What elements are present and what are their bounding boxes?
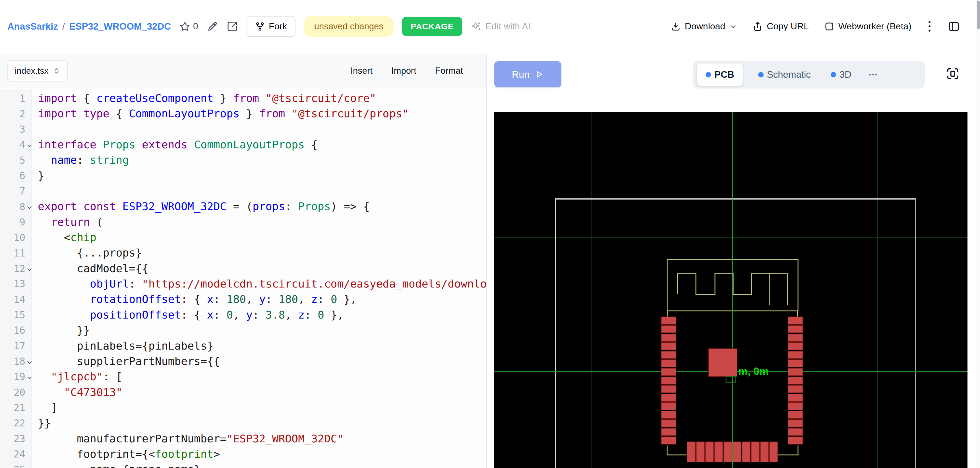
fold-caret-icon[interactable] xyxy=(27,205,32,209)
code-line[interactable]: objUrl: "https://modelcdn.tscircuit.com/… xyxy=(38,276,486,292)
code-line[interactable]: name={props.name} xyxy=(38,462,486,468)
smt-pad[interactable] xyxy=(715,442,723,462)
tab-schematic[interactable]: Schematic xyxy=(754,69,815,80)
fullscreen-button[interactable] xyxy=(945,66,960,81)
fork-button[interactable]: Fork xyxy=(247,16,296,37)
star-count[interactable]: 0 xyxy=(180,21,198,32)
smt-pad[interactable] xyxy=(661,385,676,393)
smt-pad[interactable] xyxy=(661,411,676,418)
webworker-toggle[interactable]: Webworker (Beta) xyxy=(824,21,912,32)
breadcrumb-owner-link[interactable]: AnasSarkiz xyxy=(7,21,58,32)
line-number[interactable]: 10 xyxy=(0,230,32,245)
code-content[interactable]: import { createUseComponent } from "@tsc… xyxy=(32,89,486,468)
code-line[interactable]: rotationOffset: { x: 180, y: 180, z: 0 }… xyxy=(38,292,486,307)
line-number[interactable]: 18 xyxy=(0,353,32,369)
code-line[interactable]: return ( xyxy=(38,214,486,230)
code-line[interactable]: manufacturerPartNumber="ESP32_WROOM_32DC… xyxy=(38,431,486,446)
code-line[interactable]: }} xyxy=(38,415,486,431)
tab-pcb[interactable]: PCB xyxy=(697,64,743,86)
smt-pad[interactable] xyxy=(661,360,676,367)
tab-3d[interactable]: 3D xyxy=(826,69,856,80)
line-number[interactable]: 7 xyxy=(0,183,32,199)
smt-pad[interactable] xyxy=(788,420,803,427)
code-line[interactable]: cadModel={{ xyxy=(38,261,486,276)
open-external-button[interactable] xyxy=(227,21,238,32)
code-line[interactable]: "C473013" xyxy=(38,385,486,400)
menu-format[interactable]: Format xyxy=(435,66,463,76)
smt-pad[interactable] xyxy=(661,377,676,384)
smt-pad[interactable] xyxy=(661,317,676,324)
code-line[interactable]: "jlcpcb": [ xyxy=(38,369,486,384)
code-line[interactable]: positionOffset: { x: 0, y: 3.8, z: 0 }, xyxy=(38,307,486,323)
smt-pad[interactable] xyxy=(661,342,676,350)
line-number[interactable]: 6 xyxy=(0,168,32,183)
menu-insert[interactable]: Insert xyxy=(350,66,372,76)
download-button[interactable]: Download xyxy=(671,21,737,32)
more-options-button[interactable] xyxy=(927,19,932,33)
edit-with-ai-button[interactable]: Edit with AI xyxy=(471,21,530,32)
line-number[interactable]: 2 xyxy=(0,106,32,121)
smt-pad[interactable] xyxy=(788,428,803,436)
smt-pad[interactable] xyxy=(661,368,676,376)
smt-pad[interactable] xyxy=(788,342,803,350)
code-line[interactable]: }} xyxy=(38,323,486,338)
line-number[interactable]: 21 xyxy=(0,400,32,415)
smt-pad[interactable] xyxy=(661,334,676,341)
smt-pad[interactable] xyxy=(661,428,676,436)
line-number[interactable]: 15 xyxy=(0,307,32,323)
code-line[interactable]: <chip xyxy=(38,230,486,245)
code-line[interactable]: name: string xyxy=(38,152,486,168)
fold-caret-icon[interactable] xyxy=(27,267,32,271)
rename-button[interactable] xyxy=(207,21,218,32)
smt-pad[interactable] xyxy=(788,403,803,410)
line-number[interactable]: 19 xyxy=(0,369,32,384)
file-selector[interactable]: index.tsx xyxy=(7,60,68,81)
smt-pad[interactable] xyxy=(733,442,741,462)
smt-pad[interactable] xyxy=(788,334,803,341)
code-line[interactable]: import { createUseComponent } from "@tsc… xyxy=(38,91,486,106)
toggle-sidebar-button[interactable] xyxy=(948,20,960,33)
code-line[interactable]: } xyxy=(38,168,486,183)
fold-caret-icon[interactable] xyxy=(27,375,32,380)
line-number[interactable]: 17 xyxy=(0,338,32,353)
smt-pad[interactable] xyxy=(788,437,803,444)
smt-pad[interactable] xyxy=(760,442,769,462)
line-number[interactable]: 20 xyxy=(0,385,32,400)
line-number[interactable]: 16 xyxy=(0,323,32,338)
line-number[interactable]: 14 xyxy=(0,292,32,307)
line-number-gutter[interactable]: 1234567891011121314151617181920212223242… xyxy=(0,89,32,468)
smt-pad[interactable] xyxy=(705,442,714,462)
code-line[interactable]: supplierPartNumbers={{ xyxy=(38,353,486,369)
page-scrollbar-thumb[interactable] xyxy=(977,0,980,29)
line-number[interactable]: 25 xyxy=(0,462,32,468)
smt-pad[interactable] xyxy=(788,385,803,393)
line-number[interactable]: 4 xyxy=(0,137,32,152)
smt-pad[interactable] xyxy=(788,351,803,358)
center-pad[interactable] xyxy=(709,349,737,377)
run-button[interactable]: Run xyxy=(494,61,562,88)
code-line[interactable]: ] xyxy=(38,400,486,415)
code-line[interactable] xyxy=(38,183,486,199)
smt-pad[interactable] xyxy=(788,317,803,324)
line-number[interactable]: 3 xyxy=(0,121,32,137)
smt-pad[interactable] xyxy=(788,360,803,367)
breadcrumb-package-link[interactable]: ESP32_WROOM_32DC xyxy=(69,21,171,32)
code-line[interactable]: {...props} xyxy=(38,245,486,260)
smt-pad[interactable] xyxy=(788,325,803,333)
line-number[interactable]: 5 xyxy=(0,152,32,168)
code-line[interactable]: pinLabels={pinLabels} xyxy=(38,338,486,353)
menu-import[interactable]: Import xyxy=(391,66,416,76)
code-line[interactable]: export const ESP32_WROOM_32DC = (props: … xyxy=(38,199,486,214)
code-line[interactable]: footprint={<footprint> xyxy=(38,446,486,462)
smt-pad[interactable] xyxy=(770,442,778,462)
smt-pad[interactable] xyxy=(661,351,676,358)
line-number[interactable]: 23 xyxy=(0,431,32,446)
code-line[interactable]: interface Props extends CommonLayoutProp… xyxy=(38,137,486,152)
code-line[interactable]: import type { CommonLayoutProps } from "… xyxy=(38,106,486,121)
smt-pad[interactable] xyxy=(788,377,803,384)
smt-pad[interactable] xyxy=(751,442,759,462)
smt-pad[interactable] xyxy=(788,394,803,401)
code-editor[interactable]: 1234567891011121314151617181920212223242… xyxy=(0,89,486,468)
smt-pad[interactable] xyxy=(661,420,676,427)
pcb-viewport[interactable]: m, 0m xyxy=(494,112,967,468)
